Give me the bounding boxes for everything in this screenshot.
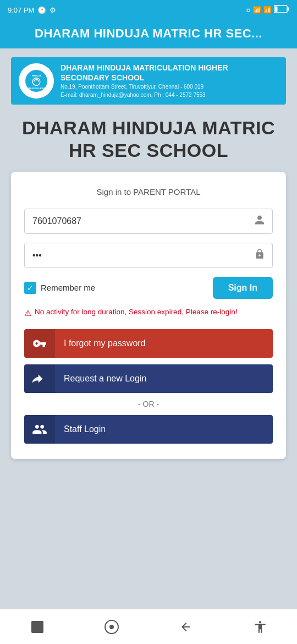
school-banner-address: No.19, Poonthottam Street, Tiruvottiyur,…	[61, 83, 278, 91]
remember-me-group[interactable]: ✓ Remember me	[24, 282, 95, 294]
bluetooth-icon: ⧈	[246, 6, 251, 14]
battery-icon	[274, 5, 289, 15]
school-banner-name: DHARAM HINDUJA MATRICULATION HIGHER SECO…	[61, 63, 278, 83]
forgot-password-button[interactable]: I forgot my password	[24, 329, 273, 358]
new-login-label: Request a new Login	[55, 374, 273, 384]
bottom-nav	[0, 609, 297, 644]
settings-icon: ⚙	[50, 6, 56, 14]
svg-text:DREAM·BELIEVE·ACHIEVE: DREAM·BELIEVE·ACHIEVE	[25, 88, 47, 90]
username-input[interactable]	[24, 209, 273, 234]
nav-home-button[interactable]	[101, 616, 122, 637]
svg-rect-1	[288, 8, 289, 11]
school-title-line2: HR SEC SCHOOL	[11, 139, 286, 162]
remember-checkbox[interactable]: ✓	[24, 282, 36, 294]
app-header: DHARAM HINDUJA MATRIC HR SEC...	[0, 20, 297, 48]
login-arrow-icon	[24, 364, 55, 393]
school-logo: HINDUJA DREAM·BELIEVE·ACHIEVE	[19, 63, 54, 99]
svg-text:HINDUJA: HINDUJA	[32, 75, 41, 77]
user-icon	[254, 214, 265, 228]
or-divider: - OR -	[24, 400, 273, 408]
sign-in-button[interactable]: Sign In	[213, 277, 273, 299]
nav-back-button[interactable]	[175, 616, 196, 637]
circle-inner	[109, 625, 114, 629]
app-title: DHARAM HINDUJA MATRIC HR SEC...	[35, 26, 262, 40]
staff-login-label: Staff Login	[55, 424, 273, 434]
staff-login-button[interactable]: Staff Login	[24, 415, 273, 444]
key-icon	[24, 329, 55, 358]
nav-accessibility-button[interactable]	[250, 616, 271, 637]
school-banner-info: DHARAM HINDUJA MATRICULATION HIGHER SECO…	[61, 63, 278, 99]
password-field-group	[24, 243, 273, 268]
username-field-group	[24, 209, 273, 234]
new-login-button[interactable]: Request a new Login	[24, 364, 273, 393]
signal-bars-icon: 📶	[253, 6, 261, 14]
remember-me-label: Remember me	[41, 283, 95, 292]
lock-icon	[254, 248, 265, 262]
alarm-icon: 🕐	[37, 6, 46, 14]
nav-square-button[interactable]	[27, 616, 48, 637]
circle-icon	[105, 620, 119, 634]
triangle-icon	[179, 620, 193, 634]
staff-icon	[24, 415, 55, 444]
school-title-line1: DHARAM HINDUJA MATRIC	[11, 117, 286, 139]
warning-icon: ⚠	[24, 307, 31, 320]
svg-rect-2	[275, 7, 278, 12]
password-input[interactable]	[24, 243, 273, 268]
status-bar: 9:07 PM 🕐 ⚙ ⧈ 📶 📶	[0, 0, 297, 20]
session-error-text: No activity for long duration, Session e…	[35, 307, 237, 318]
school-title: DHARAM HINDUJA MATRIC HR SEC SCHOOL	[0, 105, 297, 172]
wifi-icon: 📶	[263, 6, 272, 14]
status-bar-right: ⧈ 📶 📶	[246, 5, 289, 15]
school-banner-contact: E-mail: dharam_hinduja@yahoo.com, Ph : 0…	[61, 91, 278, 99]
sign-in-label: Sign in to PARENT PORTAL	[24, 187, 273, 197]
svg-point-6	[35, 78, 37, 80]
session-error: ⚠ No activity for long duration, Session…	[24, 307, 273, 320]
login-card: Sign in to PARENT PORTAL ✓ Remember me S…	[11, 172, 286, 460]
forgot-password-label: I forgot my password	[55, 339, 273, 348]
time-display: 9:07 PM	[8, 6, 34, 14]
status-bar-left: 9:07 PM 🕐 ⚙	[8, 6, 56, 14]
school-banner: HINDUJA DREAM·BELIEVE·ACHIEVE DHARAM HIN…	[11, 57, 286, 105]
square-icon	[31, 621, 43, 633]
accessibility-icon	[253, 620, 267, 634]
remember-signin-row: ✓ Remember me Sign In	[24, 277, 273, 299]
